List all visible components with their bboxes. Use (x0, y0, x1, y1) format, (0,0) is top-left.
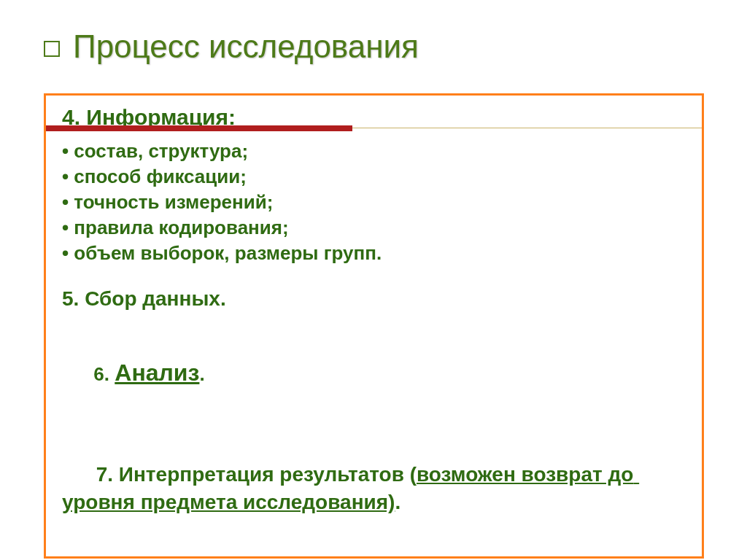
bullet-item: точность измерений; (62, 190, 686, 215)
red-underline-bar (46, 125, 352, 131)
spacer (62, 313, 686, 332)
slide-title: Процесс исследования (73, 29, 419, 64)
slide: Процесс исследования 4. Информация: сост… (0, 0, 747, 560)
section-6-number: 6. (93, 363, 115, 385)
bullet-item: объем выборок, размеры групп. (62, 241, 686, 266)
bullet-item: правила кодирования; (62, 215, 686, 241)
section-7: 7. Интерпретация результатов (возможен в… (62, 433, 686, 543)
spacer (62, 266, 686, 285)
section-5: 5. Сбор данных. (62, 285, 686, 313)
section-7-pre: 7. Интерпретация результатов ( (96, 463, 417, 486)
section-6-tail: . (199, 363, 204, 385)
square-bullet-icon (44, 41, 60, 57)
bullet-item: состав, структура; (62, 139, 686, 164)
spacer (62, 414, 686, 433)
content-box: 4. Информация: состав, структура; способ… (44, 93, 704, 559)
thin-underline (352, 128, 702, 129)
title-row: Процесс исследования (44, 29, 718, 64)
section-6-word: Анализ (115, 359, 199, 386)
section-6: 6. Анализ. (62, 332, 686, 414)
section-7-post: . (395, 491, 400, 513)
bullet-item: способ фиксации; (62, 164, 686, 190)
